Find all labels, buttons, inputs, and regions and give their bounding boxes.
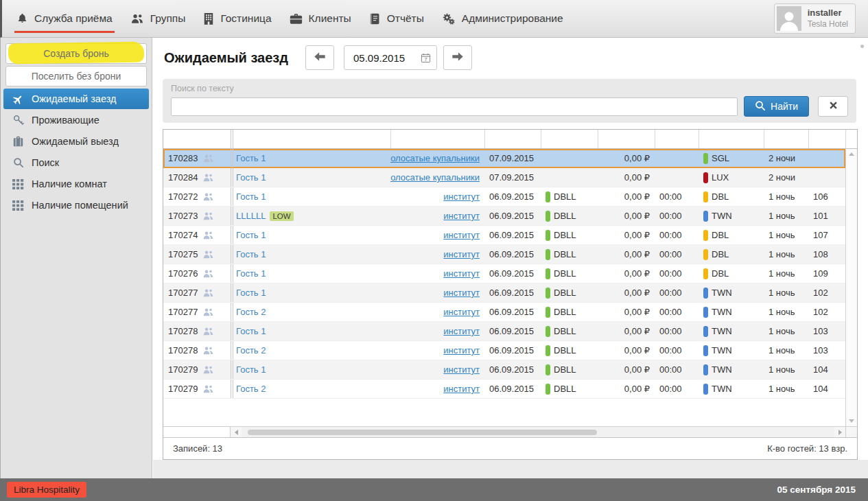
sidebar-item[interactable]: Поиск xyxy=(3,152,149,173)
sidebar-item[interactable]: Проживающие xyxy=(3,110,149,130)
page-scroll-up-icon[interactable] xyxy=(860,45,864,48)
group-link[interactable]: институт xyxy=(443,326,480,336)
search-input[interactable] xyxy=(171,97,738,116)
topnav-item[interactable]: Отчёты xyxy=(360,0,433,37)
scroll-right-button[interactable] xyxy=(834,427,845,437)
guest-name[interactable]: Гость 1 xyxy=(236,191,266,202)
group-link[interactable]: институт xyxy=(443,211,480,221)
column-header[interactable] xyxy=(390,130,484,148)
guest-name[interactable]: Гость 2 xyxy=(236,307,266,317)
guest-name[interactable]: Гость 1 xyxy=(236,230,266,240)
scroll-down-icon[interactable] xyxy=(849,419,854,423)
guest-name[interactable]: Гость 1 xyxy=(236,268,266,279)
user-hotel: Tesla Hotel xyxy=(808,19,848,30)
calendar-icon[interactable]: 7 xyxy=(421,53,431,63)
duration: 1 ночь xyxy=(764,380,808,398)
guarantee-color-pill xyxy=(546,326,550,337)
topnav-item[interactable]: Гостиница xyxy=(194,0,280,37)
column-header[interactable] xyxy=(808,130,845,148)
table-row[interactable]: 170283 Гость 1 Полосатые купальники 07.0… xyxy=(163,149,845,168)
topnav-item[interactable]: Служба приёма xyxy=(8,0,121,37)
vertical-scrollbar[interactable] xyxy=(845,149,857,426)
table-row[interactable]: 170284 Гость 1 Полосатые купальники 07.0… xyxy=(163,168,845,187)
group-link[interactable]: Полосатые купальники xyxy=(390,172,480,183)
guarantee-color-pill xyxy=(546,191,550,202)
table-row[interactable]: 170279 Гость 2 институт 06.09.2015 xyxy=(163,380,845,399)
room-type-color-pill xyxy=(703,288,708,299)
arrival-time: 00:00 xyxy=(655,226,699,244)
duration: 1 ночь xyxy=(764,245,808,264)
table-row[interactable]: 170276 Гость 1 институт 06.09.2015 xyxy=(163,264,845,283)
room-number: 109 xyxy=(808,264,845,283)
group-link[interactable]: институт xyxy=(443,364,480,375)
column-header[interactable] xyxy=(764,130,808,148)
column-header[interactable] xyxy=(541,130,598,148)
date-field[interactable]: 05.09.2015 7 xyxy=(344,45,437,70)
table-row[interactable]: 170277 Гость 2 институт 06.09.2015 xyxy=(163,303,845,322)
horizontal-scrollbar-track[interactable] xyxy=(242,427,834,437)
sidebar-item[interactable]: Ожидаемый заезд xyxy=(3,89,149,109)
guest-name[interactable]: LLLLLL xyxy=(236,211,266,221)
topnav-item[interactable]: Клиенты xyxy=(281,0,360,37)
guarantee-code: DBLL xyxy=(554,230,576,240)
group-link[interactable]: институт xyxy=(443,249,480,259)
group-link[interactable]: Полосатые купальники xyxy=(390,153,480,163)
table-row[interactable]: 170278 Гость 2 институт 06.09.2015 xyxy=(163,341,845,360)
find-button[interactable]: Найти xyxy=(744,96,809,117)
guarantee-code: DBLL xyxy=(554,268,576,279)
sidebar-item[interactable]: Наличие помещений xyxy=(3,195,149,215)
column-header[interactable] xyxy=(655,130,699,148)
next-day-button[interactable] xyxy=(443,45,472,70)
date-value: 05.09.2015 xyxy=(353,52,405,64)
table-row[interactable]: 170274 Гость 1 институт 06.09.2015 xyxy=(163,226,845,245)
departure-date: 06.09.2015 xyxy=(484,264,541,283)
scroll-up-icon[interactable] xyxy=(849,152,854,156)
group-link[interactable]: институт xyxy=(443,384,480,394)
room-number: 104 xyxy=(808,380,845,398)
column-header[interactable] xyxy=(598,130,655,148)
sidebar-action-button[interactable]: Создать бронь xyxy=(5,43,147,64)
topnav-item[interactable]: Администрирование xyxy=(433,0,572,37)
clear-search-button[interactable] xyxy=(818,96,848,117)
guest-name[interactable]: Гость 1 xyxy=(236,364,266,375)
column-header[interactable] xyxy=(699,130,764,148)
group-link[interactable]: институт xyxy=(443,288,480,298)
guest-name[interactable]: Гость 1 xyxy=(236,172,266,183)
arrival-time: 00:00 xyxy=(655,187,699,206)
sidebar-item[interactable]: Ожидаемый выезд xyxy=(3,131,149,152)
guest-name[interactable]: Гость 2 xyxy=(236,384,266,394)
group-link[interactable]: институт xyxy=(443,307,480,317)
arrivals-table: 170283 Гость 1 Полосатые купальники 07.0… xyxy=(163,129,858,460)
group-link[interactable]: институт xyxy=(443,230,480,240)
user-panel[interactable]: installer Tesla Hotel xyxy=(774,3,856,34)
table-row[interactable]: 170278 Гость 1 институт 06.09.2015 xyxy=(163,322,845,341)
guest-name[interactable]: Гость 1 xyxy=(236,153,266,163)
table-row[interactable]: 170275 Гость 1 институт 06.09.2015 xyxy=(163,245,845,264)
scroll-left-button[interactable] xyxy=(231,427,242,437)
table-row[interactable]: 170273 LLLLLL LOW институт 06.09.2015 xyxy=(163,207,845,226)
group-link[interactable]: институт xyxy=(443,191,480,202)
sidebar-action-button[interactable]: Поселить без брони xyxy=(5,66,147,86)
group-link[interactable]: институт xyxy=(443,345,480,356)
topnav-item[interactable]: Группы xyxy=(121,0,195,37)
guest-name[interactable]: Гость 1 xyxy=(236,326,266,336)
horizontal-scrollbar-thumb[interactable] xyxy=(248,430,598,435)
room-number xyxy=(808,149,845,167)
guest-name[interactable]: Гость 1 xyxy=(236,288,266,298)
table-row[interactable]: 170277 Гость 1 институт 06.09.2015 xyxy=(163,283,845,303)
group-link[interactable]: институт xyxy=(443,268,480,279)
prev-day-button[interactable] xyxy=(305,45,334,70)
scroll-right-icon xyxy=(838,430,842,435)
guest-name[interactable]: Гость 1 xyxy=(236,249,266,259)
column-header[interactable] xyxy=(231,130,390,148)
column-header[interactable] xyxy=(163,130,231,148)
table-row[interactable]: 170272 Гость 1 институт 06.09.2015 xyxy=(163,187,845,207)
user-name: installer xyxy=(808,8,848,19)
sidebar-item[interactable]: Наличие комнат xyxy=(3,174,149,194)
arrival-time: 00:00 xyxy=(655,283,699,302)
departure-date: 06.09.2015 xyxy=(484,322,541,340)
table-row[interactable]: 170279 Гость 1 институт 06.09.2015 xyxy=(163,360,845,380)
column-header[interactable] xyxy=(484,130,541,148)
app-root: Служба приёма Группы Гостиница Клиенты О… xyxy=(0,0,868,501)
guest-name[interactable]: Гость 2 xyxy=(236,345,266,356)
